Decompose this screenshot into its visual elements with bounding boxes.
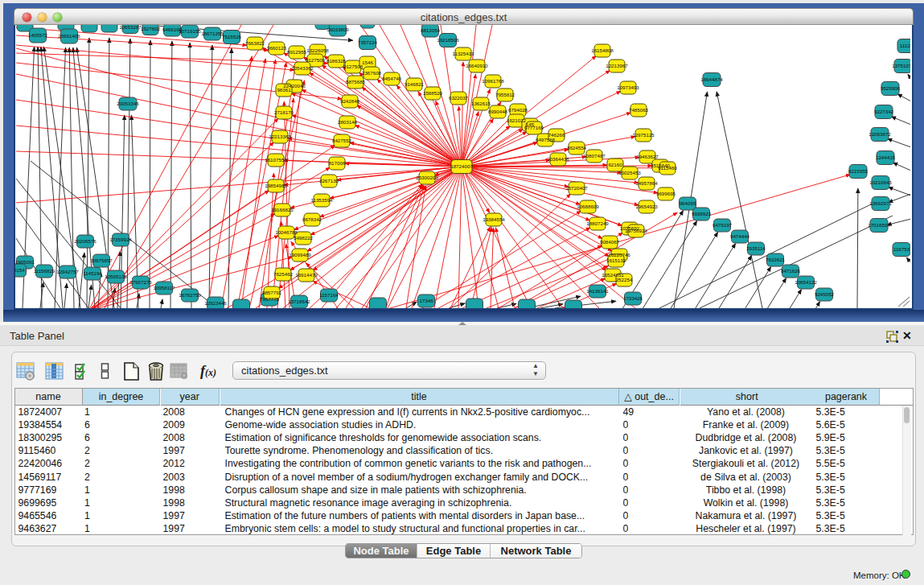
svg-text:8186328: 8186328 <box>326 58 347 64</box>
svg-text:9938923: 9938923 <box>692 211 712 216</box>
svg-text:3624554: 3624554 <box>567 145 587 150</box>
svg-text:19099489: 19099489 <box>289 252 311 257</box>
svg-text:1621022: 1621022 <box>507 117 527 123</box>
svg-text:9857791: 9857791 <box>262 290 282 295</box>
svg-text:10688609: 10688609 <box>577 204 599 209</box>
svg-text:9146821: 9146821 <box>405 81 425 87</box>
svg-text:1733426: 1733426 <box>623 295 643 301</box>
svg-text:6479197: 6479197 <box>713 222 733 228</box>
svg-text:11156829: 11156829 <box>34 268 55 274</box>
svg-text:11127: 11127 <box>900 43 910 48</box>
svg-text:10654122: 10654122 <box>795 279 817 285</box>
svg-text:19463627: 19463627 <box>636 154 659 159</box>
svg-text:1615132: 1615132 <box>606 257 626 263</box>
svg-text:30975857: 30975857 <box>90 257 113 263</box>
svg-text:1157164: 1157164 <box>319 292 339 298</box>
svg-text:13692971: 13692971 <box>869 200 892 206</box>
svg-text:116753: 116753 <box>893 246 910 252</box>
svg-text:7625462: 7625462 <box>273 271 294 277</box>
svg-text:20691406: 20691406 <box>58 33 80 39</box>
svg-text:9245052: 9245052 <box>815 291 835 297</box>
svg-text:1527602: 1527602 <box>141 26 161 31</box>
svg-text:6322037: 6322037 <box>449 95 469 101</box>
svg-text:18807249: 18807249 <box>586 220 609 226</box>
svg-text:16640910: 16640910 <box>466 63 488 68</box>
svg-text:8990448: 8990448 <box>488 109 508 114</box>
svg-text:3267130: 3267130 <box>319 178 339 183</box>
svg-text:252254: 252254 <box>616 277 633 282</box>
svg-text:6497568: 6497568 <box>536 137 556 142</box>
svg-text:16782759: 16782759 <box>179 292 201 298</box>
svg-text:17346: 17346 <box>419 298 433 303</box>
svg-text:10719155: 10719155 <box>179 28 201 34</box>
svg-text:19384554: 19384554 <box>483 216 505 222</box>
svg-text:1905061: 1905061 <box>15 259 35 265</box>
svg-text:17359924: 17359924 <box>109 237 132 242</box>
svg-text:18724007: 18724007 <box>450 163 473 169</box>
svg-text:12975125: 12975125 <box>632 132 655 138</box>
svg-text:10973493: 10973493 <box>617 84 639 90</box>
svg-text:19654923: 19654923 <box>635 204 658 209</box>
svg-text:62160: 62160 <box>608 162 622 167</box>
svg-text:12213967: 12213967 <box>606 63 628 68</box>
svg-text:16671355: 16671355 <box>201 31 224 36</box>
svg-text:16033809: 16033809 <box>326 27 349 32</box>
svg-text:10807487: 10807487 <box>583 153 606 159</box>
svg-text:12505135: 12505135 <box>105 274 127 279</box>
svg-text:10046788: 10046788 <box>275 229 298 235</box>
svg-text:8471626: 8471626 <box>781 268 801 274</box>
svg-text:5875685: 5875685 <box>346 79 366 84</box>
svg-text:9474444: 9474444 <box>730 233 750 239</box>
svg-text:7955812: 7955812 <box>495 92 515 97</box>
svg-text:13226058: 13226058 <box>306 47 329 53</box>
svg-text:19854985: 19854985 <box>265 183 287 188</box>
svg-text:7957775: 7957775 <box>260 296 280 302</box>
svg-text:19166825: 19166825 <box>271 207 294 212</box>
svg-text:1546: 1546 <box>362 60 373 65</box>
svg-text:98361: 98361 <box>277 87 291 93</box>
svg-text:2718170: 2718170 <box>274 109 294 115</box>
svg-text:11325419: 11325419 <box>452 51 474 56</box>
svg-text:19756923: 19756923 <box>625 228 647 233</box>
svg-text:9699695: 9699695 <box>656 191 676 196</box>
svg-text:8215955: 8215955 <box>848 168 869 174</box>
svg-text:16914479: 16914479 <box>295 272 318 278</box>
svg-text:25300203: 25300203 <box>416 175 438 180</box>
svg-text:9115460: 9115460 <box>658 165 677 171</box>
svg-text:9127508: 9127508 <box>343 64 363 69</box>
svg-text:10958117: 10958117 <box>153 285 175 290</box>
svg-text:11353594: 11353594 <box>310 197 333 203</box>
svg-text:5498222: 5498222 <box>294 235 314 241</box>
svg-text:8912955: 8912955 <box>287 49 307 55</box>
svg-text:1244415: 1244415 <box>876 154 896 160</box>
svg-text:12942757: 12942757 <box>56 269 79 274</box>
svg-text:9529906: 9529906 <box>881 85 901 91</box>
svg-text:7632621: 7632621 <box>766 257 786 262</box>
svg-text:19218506: 19218506 <box>437 37 459 43</box>
svg-text:7515526: 7515526 <box>222 34 242 39</box>
svg-text:8454749: 8454749 <box>382 76 402 81</box>
svg-text:8678342: 8678342 <box>302 216 322 222</box>
svg-text:6794028: 6794028 <box>508 107 528 113</box>
svg-text:17957275: 17957275 <box>129 279 152 285</box>
svg-text:8427552: 8427552 <box>332 138 352 143</box>
svg-text:2367608: 2367608 <box>362 70 382 76</box>
svg-text:20053346: 20053346 <box>117 101 139 106</box>
svg-text:10025453: 10025453 <box>618 170 641 175</box>
svg-text:15720407: 15720407 <box>565 185 588 191</box>
svg-text:746266: 746266 <box>548 132 565 138</box>
svg-text:1588520: 1588520 <box>423 90 443 96</box>
svg-text:10543362: 10543362 <box>291 65 314 71</box>
svg-text:12923446: 12923446 <box>204 300 227 306</box>
svg-text:1362615: 1362615 <box>471 101 491 106</box>
svg-text:10961768: 10961768 <box>482 78 504 84</box>
svg-text:39154: 39154 <box>15 267 25 273</box>
svg-text:2935114: 2935114 <box>746 245 766 251</box>
svg-text:12093872: 12093872 <box>869 131 891 137</box>
svg-text:14136141: 14136141 <box>586 288 609 294</box>
svg-text:7357224: 7357224 <box>358 39 378 45</box>
svg-text:817006: 817006 <box>329 160 346 166</box>
svg-text:9777169: 9777169 <box>524 125 544 130</box>
svg-text:8813054: 8813054 <box>421 27 441 33</box>
svg-text:10653287: 10653287 <box>119 25 142 30</box>
